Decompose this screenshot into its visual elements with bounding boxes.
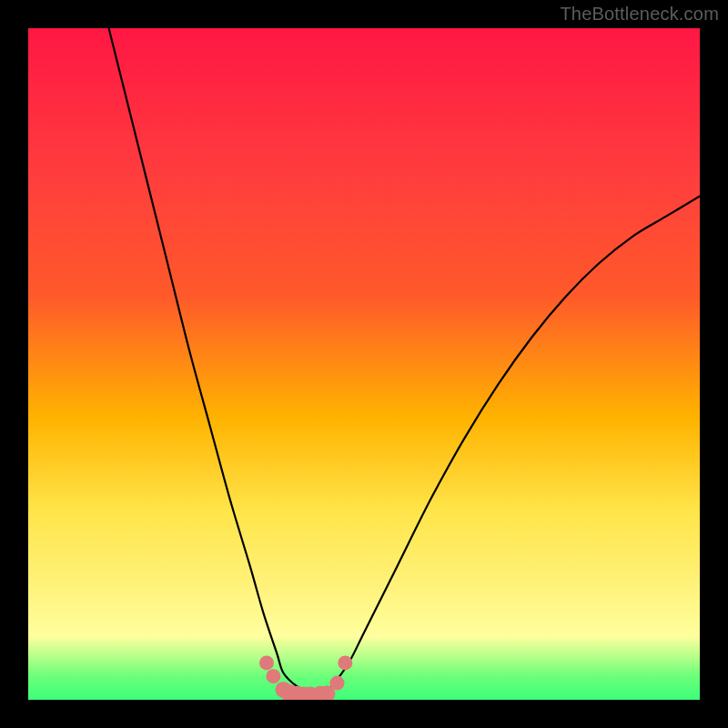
trough-marker bbox=[266, 669, 280, 683]
chart-svg bbox=[0, 0, 728, 728]
trough-marker bbox=[329, 676, 344, 691]
trough-marker bbox=[338, 655, 352, 670]
watermark-text: TheBottleneck.com bbox=[560, 4, 719, 25]
chart-stage: TheBottleneck.com bbox=[0, 0, 728, 728]
trough-marker bbox=[259, 655, 274, 670]
plot-area bbox=[28, 28, 700, 700]
